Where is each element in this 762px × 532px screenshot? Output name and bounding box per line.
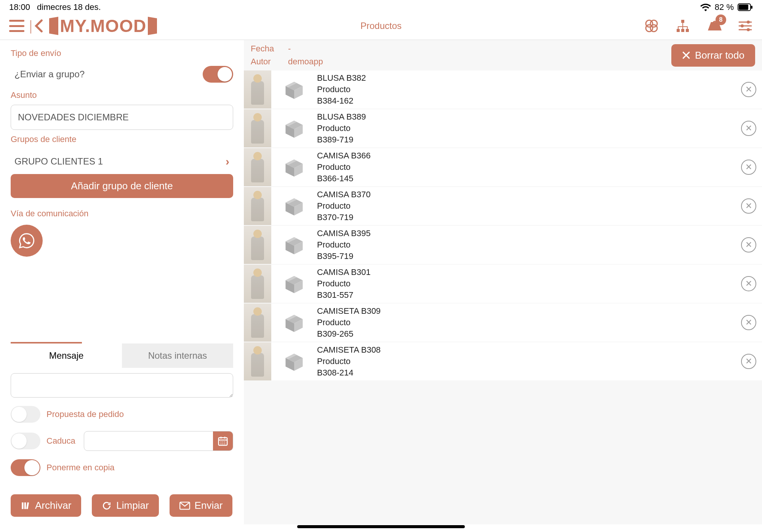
menu-icon[interactable] (9, 20, 24, 32)
product-name: CAMISA B395 (317, 228, 735, 238)
product-row[interactable]: CAMISA B366ProductoB366-145✕ (244, 148, 762, 186)
send-to-group-text: ¿Enviar a grupo? (11, 63, 85, 86)
refresh-icon (102, 501, 112, 511)
product-name: CAMISETA B308 (317, 345, 735, 355)
envelope-icon (179, 502, 190, 510)
clear-button[interactable]: Limpiar (92, 494, 158, 517)
product-row[interactable]: BLUSA B389ProductoB389-719✕ (244, 109, 762, 147)
cc-me-label: Ponerme en copia (46, 463, 115, 473)
archive-button[interactable]: Archivar (11, 494, 81, 517)
clear-all-button[interactable]: Borrar todo (671, 44, 755, 67)
product-name: BLUSA B382 (317, 73, 735, 83)
app-header: | MY.MOOD Productos 8 (0, 14, 762, 40)
wifi-icon (700, 3, 711, 11)
remove-product-button[interactable]: ✕ (735, 354, 762, 369)
svg-point-8 (650, 25, 657, 32)
add-client-group-button[interactable]: Añadir grupo de cliente (11, 174, 233, 198)
svg-rect-2 (751, 6, 752, 9)
product-type: Producto (317, 240, 735, 250)
product-type: Producto (317, 318, 735, 328)
message-textarea[interactable] (11, 373, 233, 398)
product-type: Producto (317, 162, 735, 172)
product-type: Producto (317, 201, 735, 211)
svg-point-18 (747, 28, 750, 31)
tab-message[interactable]: Mensaje (11, 343, 122, 368)
remove-product-button[interactable]: ✕ (735, 198, 762, 214)
settings-icon[interactable] (738, 18, 753, 34)
product-row[interactable]: CAMISA B301ProductoB301-557✕ (244, 265, 762, 303)
product-name: BLUSA B389 (317, 112, 735, 122)
svg-marker-4 (148, 17, 157, 35)
subject-input[interactable] (11, 105, 233, 130)
product-row[interactable]: CAMISA B370ProductoB370-719✕ (244, 187, 762, 225)
compose-panel: Tipo de envío ¿Enviar a grupo? Asunto Gr… (0, 40, 244, 524)
product-thumbnail (244, 70, 271, 109)
svg-rect-30 (24, 502, 26, 509)
product-code: B389-719 (317, 135, 735, 145)
svg-point-26 (221, 443, 222, 444)
author-label: Autor (251, 57, 279, 67)
product-thumbnail (244, 304, 271, 342)
remove-product-button[interactable]: ✕ (735, 121, 762, 136)
package-icon (271, 351, 317, 372)
product-row[interactable]: BLUSA B382ProductoB384-162✕ (244, 70, 762, 109)
product-thumbnail (244, 342, 271, 380)
battery-percent: 82 % (715, 2, 734, 12)
books-icon (21, 501, 30, 511)
product-name: CAMISA B301 (317, 267, 735, 277)
tab-internal-notes[interactable]: Notas internas (122, 343, 233, 368)
author-value: demoapp (288, 57, 323, 67)
svg-point-25 (224, 441, 226, 443)
package-icon (271, 196, 317, 216)
product-name: CAMISA B370 (317, 190, 735, 200)
product-row[interactable]: CAMISETA B308ProductoB308-214✕ (244, 342, 762, 380)
product-name: CAMISA B366 (317, 151, 735, 161)
product-thumbnail (244, 148, 271, 186)
svg-point-24 (223, 441, 224, 443)
send-to-group-toggle[interactable] (203, 66, 233, 83)
svg-point-23 (221, 441, 222, 443)
expires-date-input[interactable] (84, 431, 233, 451)
package-icon (271, 79, 317, 100)
remove-product-button[interactable]: ✕ (735, 160, 762, 175)
product-code: B309-265 (317, 329, 735, 339)
status-bar: 18:00 dimecres 18 des. 82 % (0, 0, 762, 14)
remove-product-button[interactable]: ✕ (735, 315, 762, 330)
product-code: B366-145 (317, 174, 735, 184)
battery-icon (738, 3, 753, 11)
remove-product-button[interactable]: ✕ (735, 276, 762, 291)
back-button[interactable] (35, 19, 43, 33)
date-value: - (288, 44, 291, 54)
product-type: Producto (317, 279, 735, 289)
whatsapp-button[interactable] (11, 225, 43, 257)
svg-point-17 (741, 24, 744, 27)
subject-label: Asunto (11, 90, 233, 100)
product-list: BLUSA B382ProductoB384-162✕BLUSA B389Pro… (244, 70, 762, 524)
cart-badge: 8 (716, 14, 726, 25)
package-icon (271, 118, 317, 139)
svg-rect-12 (686, 29, 689, 32)
package-icon (271, 235, 317, 255)
order-proposal-toggle[interactable] (11, 406, 40, 423)
product-type: Producto (317, 85, 735, 94)
product-code: B301-557 (317, 290, 735, 300)
expires-toggle[interactable] (11, 433, 40, 449)
client-group-name: GRUPO CLIENTES 1 (14, 156, 103, 167)
remove-product-button[interactable]: ✕ (735, 237, 762, 252)
home-indicator (297, 525, 465, 528)
calendar-icon[interactable] (213, 431, 233, 451)
hierarchy-icon[interactable] (675, 18, 690, 34)
remove-product-button[interactable]: ✕ (735, 82, 762, 97)
cc-me-toggle[interactable] (11, 459, 40, 476)
svg-rect-10 (677, 29, 680, 32)
send-button[interactable]: Enviar (170, 494, 233, 517)
app-logo: MY.MOOD (48, 15, 158, 37)
product-code: B370-719 (317, 212, 735, 222)
product-row[interactable]: CAMISETA B309ProductoB309-265✕ (244, 304, 762, 342)
product-row[interactable]: CAMISA B395ProductoB395-719✕ (244, 226, 762, 264)
knot-icon[interactable] (644, 18, 659, 34)
cart-icon[interactable]: 8 (706, 18, 722, 34)
page-title: Productos (360, 21, 402, 31)
svg-point-28 (224, 443, 226, 444)
client-group-row[interactable]: GRUPO CLIENTES 1 › (11, 149, 233, 174)
